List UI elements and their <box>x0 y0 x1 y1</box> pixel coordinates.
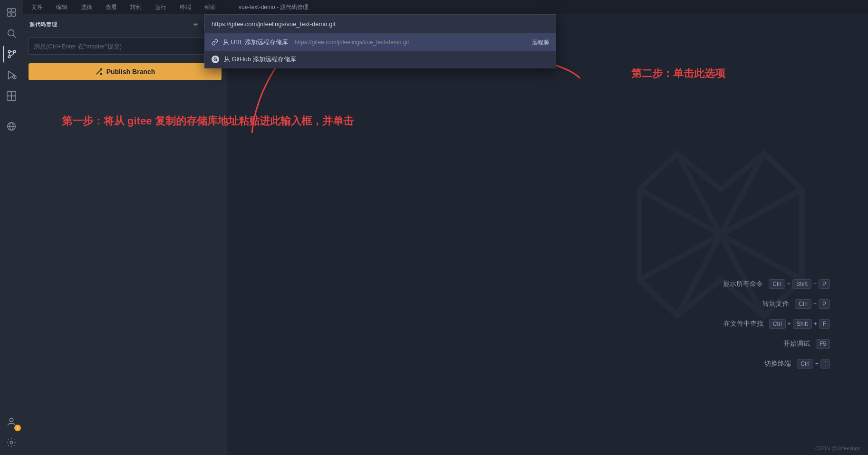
add-remote-url-label: 从 URL 添加远程存储库 <box>223 38 288 47</box>
key-shift: Shift <box>793 319 812 329</box>
menu-selection[interactable]: 选择 <box>78 2 95 12</box>
svg-point-4 <box>8 30 14 36</box>
key-ctrl: Ctrl <box>795 299 811 309</box>
shortcut-name: 切换终端 <box>764 360 791 368</box>
shortcut-name: 开始调试 <box>783 340 810 348</box>
shortcut-name: 显示所有命令 <box>723 280 763 288</box>
publish-branch-button[interactable]: Publish Branch <box>29 63 222 80</box>
shortcut-toggle-terminal: 切换终端 Ctrl + ` <box>723 359 830 369</box>
svg-point-20 <box>10 418 13 422</box>
shortcuts-panel: 显示所有命令 Ctrl + Shift + P 转到文件 Ctrl + P 在文… <box>723 279 830 379</box>
settings-icon[interactable] <box>3 434 20 451</box>
sidebar: 源代码管理 ≡ ✓ ↻ Publish Branch <box>23 14 227 455</box>
publish-branch-label: Publish Branch <box>106 68 155 76</box>
key-ctrl: Ctrl <box>769 319 786 329</box>
run-debug-icon[interactable] <box>3 66 20 84</box>
menu-view[interactable]: 查看 <box>103 2 120 12</box>
svg-marker-9 <box>9 71 15 79</box>
add-github-remote-label: 从 GitHub 添加远程存储库 <box>224 55 296 64</box>
account-icon[interactable]: 1 <box>3 413 20 430</box>
remote-explorer-icon[interactable] <box>3 118 20 135</box>
github-icon: G <box>212 56 219 63</box>
shortcut-start-debug: 开始调试 F5 <box>723 339 830 349</box>
search-icon[interactable] <box>3 25 20 42</box>
svg-rect-16 <box>7 92 11 96</box>
annotation-step1: 第一步：将从 gitee 复制的存储库地址粘贴进此输入框，并单击 <box>62 114 354 128</box>
key-ctrl: Ctrl <box>797 359 813 369</box>
annotation-step2: 第二步：单击此选项 <box>631 66 725 81</box>
shortcut-name: 转到文件 <box>762 300 789 308</box>
menu-terminal[interactable]: 终端 <box>177 2 194 12</box>
activity-bar: 1 <box>0 0 23 455</box>
svg-rect-15 <box>11 96 16 100</box>
shortcut-goto-file: 转到文件 Ctrl + P <box>723 299 830 309</box>
link-icon <box>212 39 218 46</box>
shortcut-show-commands: 显示所有命令 Ctrl + Shift + P <box>723 279 830 289</box>
commit-message-input[interactable] <box>29 38 222 55</box>
svg-point-7 <box>13 50 16 53</box>
svg-point-6 <box>8 50 10 53</box>
add-github-remote-item[interactable]: G 从 GitHub 添加远程存储库 <box>205 51 556 68</box>
title-bar: 文件 编辑 选择 查看 转到 运行 终端 帮助 vue-text-demo - … <box>23 0 868 14</box>
shortcut-keys: Ctrl + P <box>795 299 830 309</box>
svg-rect-1 <box>12 9 15 12</box>
shortcut-keys: Ctrl + Shift + P <box>769 279 830 289</box>
key-shift: Shift <box>792 279 811 289</box>
svg-point-12 <box>14 78 15 78</box>
svg-rect-14 <box>11 92 16 96</box>
add-remote-url-item[interactable]: 从 URL 添加远程存储库 https://gitee.com/jnfeelin… <box>205 34 556 51</box>
svg-rect-0 <box>8 9 11 12</box>
sidebar-header: 源代码管理 ≡ ✓ ↻ <box>23 14 227 34</box>
svg-rect-3 <box>12 13 15 16</box>
add-remote-url-value: https://gitee.com/jnfeelings/vue_text-de… <box>295 39 409 46</box>
key-f5: F5 <box>816 339 830 349</box>
shortcut-name: 在文件中查找 <box>723 320 763 328</box>
source-control-icon[interactable] <box>3 46 20 63</box>
shortcut-keys: Ctrl + Shift + F <box>769 319 830 329</box>
svg-rect-2 <box>8 13 11 16</box>
csdn-badge: CSDN @Jnfeelings <box>815 446 860 451</box>
account-badge: 1 <box>14 425 21 431</box>
key-ctrl: Ctrl <box>769 279 785 289</box>
menu-file[interactable]: 文件 <box>29 2 46 12</box>
shortcut-find-in-files: 在文件中查找 Ctrl + Shift + F <box>723 319 830 329</box>
key-backtick: ` <box>820 359 830 369</box>
svg-line-5 <box>13 35 16 38</box>
dropdown-list: 从 URL 添加远程存储库 https://gitee.com/jnfeelin… <box>205 34 556 68</box>
menu-edit[interactable]: 编辑 <box>53 2 70 12</box>
shortcut-keys: F5 <box>816 339 830 349</box>
svg-rect-13 <box>7 96 11 100</box>
key-f: F <box>819 319 830 329</box>
svg-point-8 <box>8 56 10 58</box>
remote-source-label: 远程源 <box>532 38 549 47</box>
explorer-icon[interactable] <box>3 4 20 21</box>
sidebar-title: 源代码管理 <box>29 21 57 28</box>
svg-point-21 <box>10 441 13 444</box>
sidebar-menu-button[interactable]: ≡ <box>193 19 199 30</box>
shortcut-keys: Ctrl + ` <box>797 359 830 369</box>
menu-run[interactable]: 运行 <box>152 2 169 12</box>
remote-url-input[interactable] <box>205 15 556 34</box>
menu-help[interactable]: 帮助 <box>202 2 219 12</box>
key-p: P <box>819 279 830 289</box>
window-title: vue-text-demo - 源代码管理 <box>236 2 311 12</box>
key-p: P <box>819 299 830 309</box>
menu-goto[interactable]: 转到 <box>127 2 145 12</box>
command-palette: 从 URL 添加远程存储库 https://gitee.com/jnfeelin… <box>204 14 556 68</box>
extensions-icon[interactable] <box>3 87 20 104</box>
